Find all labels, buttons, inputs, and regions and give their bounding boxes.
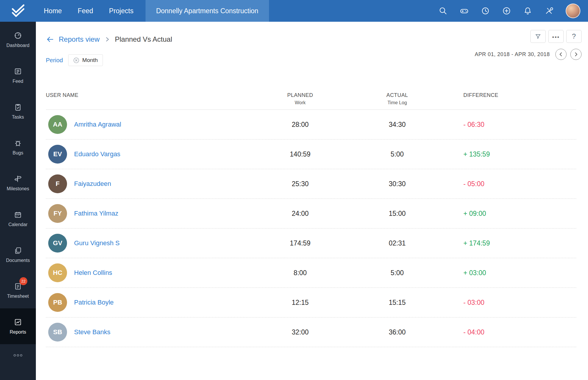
actual-value: 30:30 — [346, 180, 449, 188]
planned-value: 12:15 — [255, 299, 346, 307]
chevron-right-icon — [574, 52, 578, 57]
difference-value: + 174:59 — [449, 239, 576, 247]
sidebar-item-documents[interactable]: Documents — [0, 237, 36, 273]
report-actions: ••• ? — [530, 30, 582, 43]
sidebar: Dashboard Feed Tasks Bugs Milestones Cal… — [0, 22, 36, 380]
planned-value: 174:59 — [255, 239, 346, 247]
nav-feed[interactable]: Feed — [70, 0, 101, 22]
planned-vs-actual-table: USER NAME PLANNED Work ACTUAL Time Log D… — [46, 92, 576, 347]
sidebar-item-milestones[interactable]: Milestones — [0, 165, 36, 201]
user-name-link[interactable]: Helen Collins — [74, 269, 112, 277]
avatar: F — [48, 174, 67, 193]
actual-value: 34:30 — [346, 121, 449, 129]
breadcrumb: Reports view Planned Vs Actual — [46, 32, 588, 46]
filter-button[interactable] — [530, 30, 546, 43]
more-icon — [13, 352, 23, 358]
col-difference: DIFFERENCE — [449, 92, 576, 98]
primary-nav: Home Feed Projects Donnelly Apartments C… — [36, 0, 269, 22]
sidebar-item-reports[interactable]: Reports — [0, 308, 36, 344]
sidebar-item-label: Dashboard — [6, 43, 29, 48]
sidebar-more-button[interactable] — [0, 352, 36, 358]
nav-home[interactable]: Home — [36, 0, 70, 22]
table-row: AA Amritha Agrawal 28:00 34:30 - 06:30 — [46, 110, 576, 139]
user-avatar[interactable] — [566, 4, 580, 18]
sidebar-item-label: Feed — [13, 79, 23, 84]
prev-period-button[interactable] — [555, 49, 567, 60]
sidebar-item-dashboard[interactable]: Dashboard — [0, 22, 36, 58]
difference-value: + 03:00 — [449, 269, 576, 277]
avatar: FY — [48, 204, 67, 223]
col-user-name: USER NAME — [46, 92, 255, 98]
sidebar-item-label: Bugs — [13, 150, 23, 156]
table-row: FY Fathima Yilmaz 24:00 15:00 + 09:00 — [46, 199, 576, 228]
date-range-label: APR 01, 2018 - APR 30, 2018 — [475, 51, 550, 58]
documents-icon — [14, 246, 22, 255]
actual-value: 5:00 — [346, 269, 449, 277]
avatar: HC — [48, 263, 67, 282]
user-name-link[interactable]: Faiyazudeen — [74, 180, 111, 188]
reports-icon — [14, 318, 22, 326]
app-logo[interactable] — [0, 0, 36, 22]
remove-filter-icon[interactable] — [73, 57, 79, 63]
breadcrumb-reports-view-link[interactable]: Reports view — [59, 35, 100, 43]
history-icon[interactable] — [481, 6, 490, 15]
period-chip[interactable]: Month — [68, 54, 103, 66]
col-actual-sub: Time Log — [346, 100, 449, 105]
back-arrow-icon[interactable] — [46, 35, 54, 43]
sidebar-item-label: Reports — [10, 329, 26, 335]
col-planned-sub: Work — [255, 100, 346, 105]
user-name-link[interactable]: Guru Vignesh S — [74, 239, 120, 247]
help-button[interactable]: ? — [566, 30, 582, 43]
planned-value: 32:00 — [255, 328, 346, 336]
sidebar-item-label: Documents — [6, 258, 30, 263]
table-header: USER NAME PLANNED Work ACTUAL Time Log D… — [46, 92, 576, 110]
sidebar-item-timesheet[interactable]: Timesheet 22 — [0, 273, 36, 308]
col-actual: ACTUAL — [346, 92, 449, 98]
active-project-tab[interactable]: Donnelly Apartments Construction — [146, 0, 269, 22]
table-row: GV Guru Vignesh S 174:59 02:31 + 174:59 — [46, 228, 576, 258]
sidebar-item-tasks[interactable]: Tasks — [0, 93, 36, 129]
chevron-left-icon — [559, 52, 563, 57]
user-name-link[interactable]: Patricia Boyle — [74, 299, 114, 306]
actual-value: 02:31 — [346, 239, 449, 247]
col-planned: PLANNED — [255, 92, 346, 98]
avatar: SB — [48, 323, 67, 342]
add-icon[interactable] — [502, 6, 511, 15]
nav-projects[interactable]: Projects — [101, 0, 141, 22]
date-range-nav: APR 01, 2018 - APR 30, 2018 — [475, 49, 582, 60]
actual-value: 5:00 — [346, 150, 449, 158]
sidebar-item-calendar[interactable]: Calendar — [0, 201, 36, 237]
timesheet-badge: 22 — [19, 277, 27, 285]
planned-value: 24:00 — [255, 210, 346, 218]
user-name-link[interactable]: Fathima Yilmaz — [74, 210, 118, 217]
user-name-link[interactable]: Amritha Agrawal — [74, 121, 121, 128]
period-filter-label[interactable]: Period — [46, 57, 63, 64]
planned-value: 25:30 — [255, 180, 346, 188]
user-name-link[interactable]: Steve Banks — [74, 328, 111, 336]
calendar-icon — [14, 211, 22, 219]
notifications-icon[interactable] — [523, 6, 532, 15]
actual-value: 15:15 — [346, 299, 449, 307]
more-options-button[interactable]: ••• — [548, 30, 564, 43]
main-content: Reports view Planned Vs Actual ••• ? Per… — [36, 22, 588, 380]
sidebar-item-bugs[interactable]: Bugs — [0, 129, 36, 165]
table-row: HC Helen Collins 8:00 5:00 + 03:00 — [46, 258, 576, 288]
sidebar-item-feed[interactable]: Feed — [0, 58, 36, 93]
difference-value: + 09:00 — [449, 210, 576, 218]
period-chip-label: Month — [82, 57, 98, 63]
search-icon[interactable] — [439, 6, 447, 15]
difference-value: - 06:30 — [449, 121, 576, 129]
games-icon[interactable] — [460, 6, 469, 15]
user-name-link[interactable]: Eduardo Vargas — [74, 150, 120, 158]
tasks-icon — [14, 103, 22, 111]
difference-value: - 05:00 — [449, 180, 576, 188]
bugs-icon — [14, 139, 22, 147]
sidebar-item-label: Tasks — [12, 115, 24, 120]
planned-value: 8:00 — [255, 269, 346, 277]
sidebar-item-label: Timesheet — [7, 294, 29, 299]
table-row: F Faiyazudeen 25:30 30:30 - 05:00 — [46, 169, 576, 199]
double-check-logo-icon — [10, 4, 26, 17]
topbar-actions — [439, 0, 588, 22]
next-period-button[interactable] — [570, 49, 582, 60]
tools-icon[interactable] — [544, 6, 553, 15]
